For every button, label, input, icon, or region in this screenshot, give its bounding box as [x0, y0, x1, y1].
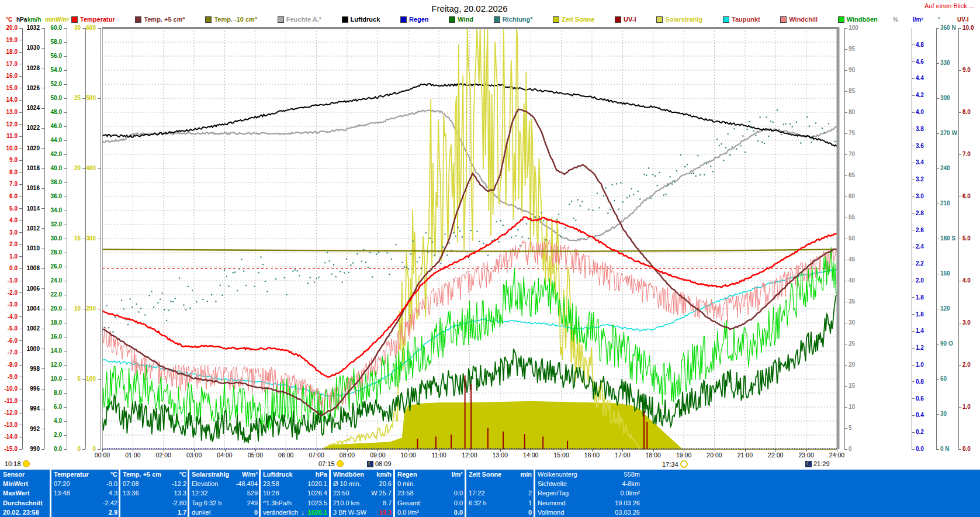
time-tick: [622, 449, 623, 451]
axis-tick: [19, 244, 22, 245]
series-Richtung-dot: [211, 294, 212, 295]
legend-item-label: UV-I: [624, 16, 636, 23]
axis-tick: [41, 249, 44, 249]
series-Richtung-dot: [760, 116, 761, 118]
series-Richtung-dot: [773, 122, 774, 123]
axis-tick: [41, 389, 44, 390]
series-Richtung-dot: [220, 285, 221, 286]
weather-chart: [102, 26, 843, 453]
series-Richtung-dot: [650, 198, 652, 199]
column-separator: [465, 470, 466, 517]
series-Richtung-dot: [455, 236, 456, 237]
series-Richtung-dot: [695, 175, 697, 177]
series-Richtung-dot: [162, 292, 163, 294]
series-Richtung-dot: [112, 332, 113, 333]
legend-swatch-icon: [278, 16, 284, 23]
cell-label: Gesamt:: [397, 498, 422, 508]
cell-value: -2.42: [103, 498, 117, 508]
series-Richtung-dot: [684, 166, 685, 167]
axis-label: 6.0: [41, 404, 62, 410]
column-unit: l/m²: [451, 470, 463, 479]
axis-label: 1.0: [916, 362, 941, 368]
axis-label: 0.0: [962, 446, 980, 452]
time-tick: [837, 449, 837, 451]
time-label: 21:00: [733, 451, 757, 459]
series-Richtung-dot: [188, 286, 189, 287]
series-Richtung-dot: [792, 126, 793, 127]
series-Richtung-dot: [744, 151, 746, 153]
axis-label: 60: [849, 194, 874, 199]
axis-label: -6.0: [0, 338, 18, 344]
series-Richtung-dot: [747, 129, 748, 130]
series-Richtung-dot: [479, 241, 480, 242]
table-row: 1.7: [121, 508, 188, 517]
axis-tick: [41, 288, 44, 289]
series-Richtung-dot: [607, 212, 608, 213]
series-Richtung-dot: [430, 237, 431, 239]
axis-label: 1026: [19, 85, 40, 91]
axis-tick: [912, 331, 915, 332]
axis-tick: [19, 184, 22, 185]
series-Richtung-dot: [224, 270, 225, 271]
axis-tick: [64, 365, 67, 366]
cell-label: 23:50: [333, 488, 349, 498]
series-Richtung-dot: [657, 185, 658, 186]
axis-tick: [844, 428, 847, 429]
series-Richtung-dot: [376, 254, 377, 255]
axis-tick: [64, 126, 67, 127]
axis-label: 3.0: [916, 194, 941, 199]
axis-label: 10.0: [41, 376, 62, 382]
axis-label: 240: [940, 166, 966, 171]
axis-tick: [958, 70, 961, 71]
series-Richtung-dot: [618, 209, 619, 210]
axis-tick: [19, 76, 22, 77]
axis-label: 500: [75, 95, 96, 101]
time-tick: [500, 449, 501, 451]
axis-label: 32.0: [41, 222, 62, 228]
series-Richtung-dot: [327, 252, 328, 253]
time-tick: [806, 449, 807, 451]
axis-label: 300: [75, 236, 96, 242]
series-Richtung-dot: [520, 245, 521, 246]
axis-tick: [64, 84, 67, 85]
table-header-row: SolarstrahlgW/m²: [190, 470, 259, 479]
series-Richtung-dot: [751, 126, 752, 127]
axis-tick: [19, 197, 22, 197]
cell-value: 1.7: [178, 508, 186, 517]
table-header-row: Windböenkm/h: [331, 470, 393, 479]
axis-tick: [844, 344, 847, 344]
axis-label: 50.0: [41, 95, 62, 101]
table-row: 17:222: [467, 488, 534, 498]
series-Richtung-dot: [189, 308, 191, 309]
series-Richtung-dot: [286, 294, 287, 295]
series-Richtung-dot: [522, 236, 523, 237]
axis-label: 1000: [19, 346, 40, 352]
axis-tick: [912, 112, 915, 113]
axis-label: 50: [849, 236, 874, 242]
axis-tick: [19, 52, 22, 53]
at-a-glance-link[interactable]: Auf einen Blick ...: [924, 2, 974, 9]
cell-value: 4.3: [109, 488, 117, 498]
axis-tick: [912, 230, 915, 230]
sunmoon-time: 10:18: [5, 460, 30, 467]
axis-tick: [958, 197, 961, 197]
cell-value: -9.0: [106, 479, 117, 488]
column-header: Regen: [397, 470, 417, 479]
axis-tick: [936, 239, 939, 239]
series-Richtung-dot: [487, 254, 489, 256]
axis-tick: [64, 407, 67, 408]
series-Richtung-dot: [693, 173, 694, 174]
sunmoon-time-label: 17:34: [662, 461, 678, 468]
axis-label: 1016: [19, 185, 40, 191]
axis-label: 998: [19, 366, 40, 372]
table-column-temp-5cm: Temp. +5 cm°C07:08-12.213:3613.3-2.801.7: [121, 470, 188, 517]
cell-value: 1023.5: [307, 498, 327, 508]
axis-header: hPa: [16, 16, 27, 23]
series-Richtung-dot: [168, 309, 169, 311]
series-Richtung-dot: [646, 175, 647, 176]
axis-label: 8.0: [0, 170, 18, 175]
time-label: 17:00: [611, 451, 634, 459]
axis-tick: [19, 100, 22, 101]
legend-swatch-icon: [780, 16, 787, 23]
series-Richtung-dot: [234, 271, 236, 273]
